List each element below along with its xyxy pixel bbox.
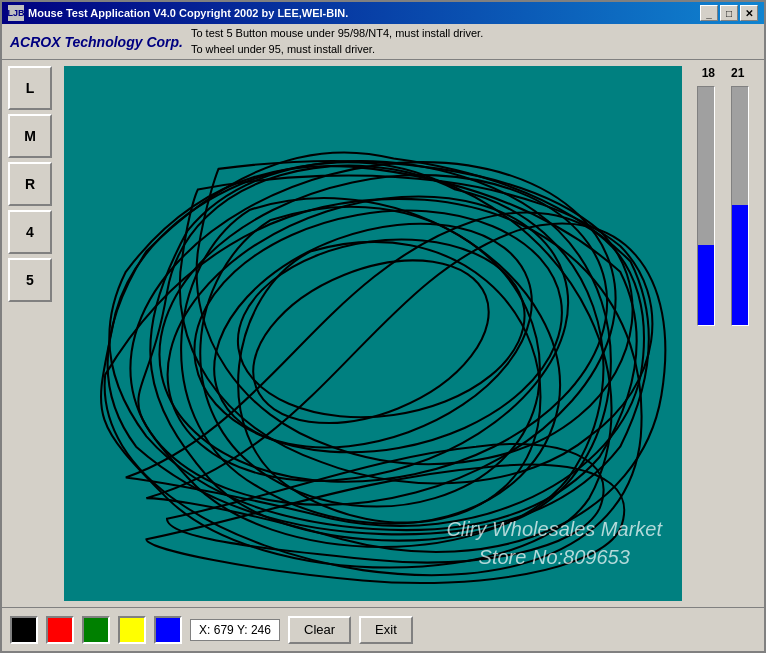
exit-button[interactable]: Exit <box>359 616 413 644</box>
app-icon: LJB <box>8 5 24 21</box>
app-window: LJB Mouse Test Application V4.0 Copyrigh… <box>0 0 766 653</box>
scroll-track-1[interactable] <box>697 86 715 326</box>
coordinates-display: X: 679 Y: 246 <box>190 619 280 641</box>
svg-point-6 <box>229 229 512 455</box>
maximize-button[interactable]: □ <box>720 5 738 21</box>
left-button[interactable]: L <box>8 66 52 110</box>
scroll-label-2: 21 <box>731 66 744 80</box>
mouse-canvas[interactable]: Cliry Wholesales Market Store No:809653 <box>64 66 682 601</box>
header-bar: ACROX Technology Corp. To test 5 Button … <box>2 24 764 60</box>
info-text: To test 5 Button mouse under 95/98/NT4, … <box>191 26 483 57</box>
scroll-thumb-2 <box>732 205 748 325</box>
info-line2: To wheel under 95, must install driver. <box>191 42 483 57</box>
scroll-bars-container <box>697 86 749 601</box>
title-bar: LJB Mouse Test Application V4.0 Copyrigh… <box>2 2 764 24</box>
window-title: Mouse Test Application V4.0 Copyright 20… <box>28 7 348 19</box>
button4[interactable]: 4 <box>8 210 52 254</box>
left-buttons: L M R 4 5 <box>8 66 58 601</box>
middle-button[interactable]: M <box>8 114 52 158</box>
color-black[interactable] <box>10 616 38 644</box>
scroll-labels: 18 21 <box>702 66 745 80</box>
scroll-track-2[interactable] <box>731 86 749 326</box>
scroll-label-1: 18 <box>702 66 715 80</box>
right-panel: 18 21 <box>688 66 758 601</box>
color-yellow[interactable] <box>118 616 146 644</box>
info-line1: To test 5 Button mouse under 95/98/NT4, … <box>191 26 483 41</box>
right-button[interactable]: R <box>8 162 52 206</box>
title-controls: _ □ ✕ <box>700 5 758 21</box>
bottom-bar: X: 679 Y: 246 Clear Exit <box>2 607 764 651</box>
svg-point-5 <box>226 222 536 435</box>
color-green[interactable] <box>82 616 110 644</box>
minimize-button[interactable]: _ <box>700 5 718 21</box>
main-area: L M R 4 5 <box>2 60 764 607</box>
close-button[interactable]: ✕ <box>740 5 758 21</box>
color-blue[interactable] <box>154 616 182 644</box>
brand-text: ACROX Technology Corp. <box>10 34 183 50</box>
clear-button[interactable]: Clear <box>288 616 351 644</box>
color-red[interactable] <box>46 616 74 644</box>
title-bar-left: LJB Mouse Test Application V4.0 Copyrigh… <box>8 5 348 21</box>
button5[interactable]: 5 <box>8 258 52 302</box>
scroll-thumb-1 <box>698 245 714 325</box>
